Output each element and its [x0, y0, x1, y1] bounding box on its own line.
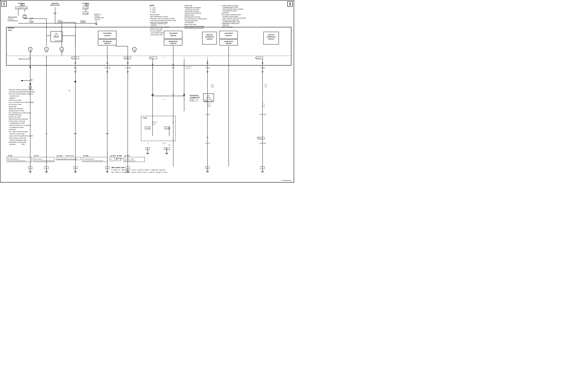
- svg-text:4: 4: [75, 167, 76, 169]
- svg-text:34: 34: [22, 4, 24, 6]
- svg-text:-GLOVE BOX LAMP: -GLOVE BOX LAMP: [150, 34, 163, 36]
- svg-text:ANALOG: ANALOG: [206, 34, 213, 36]
- svg-text:BR : Brown   O : Orange   GR :: BR : Brown O : Orange GR : Grey R : Red …: [112, 171, 168, 173]
- svg-text:NOTE: NOTE: [150, 5, 154, 7]
- svg-text:G: G: [46, 133, 47, 134]
- svg-text:-CENTRAL DOOR LOCKING SYSTEM: -CENTRAL DOOR LOCKING SYSTEM: [8, 89, 33, 91]
- svg-text:(ENGINE: (ENGINE: [8, 18, 14, 20]
- svg-text:CAN DRIVE: CAN DRIVE: [103, 32, 112, 34]
- svg-text:-ROOM LAMP, LUGGAGE: -ROOM LAMP, LUGGAGE: [221, 5, 238, 7]
- svg-text:COMPARTMENT LAMP: COMPARTMENT LAMP: [9, 122, 25, 124]
- svg-text:-HEATED SEAT: -HEATED SEAT: [184, 14, 194, 16]
- svg-text:CIRCUIT: CIRCUIT: [226, 42, 232, 44]
- svg-text:AND LIGHTING MONITOR BUZZER: AND LIGHTING MONITOR BUZZER: [9, 135, 33, 137]
- svg-text:12: 12: [61, 48, 63, 50]
- svg-text:5: 5: [71, 57, 71, 58]
- svg-text:-HEATED DOOR MIRROR: -HEATED DOOR MIRROR: [184, 12, 201, 14]
- svg-text:<T>(G-W): <T>(G-W): [259, 142, 266, 144]
- svg-text:(C-307): (C-307): [111, 155, 116, 157]
- svg-text:B : Black   LG : Light green  : B : Black LG : Light green G : Green L :…: [112, 169, 165, 171]
- svg-text:DIAGNOSIS: DIAGNOSIS: [190, 95, 198, 96]
- svg-text:LICENCE PLATE LAMP: LICENCE PLATE LAMP: [9, 133, 25, 135]
- svg-text:CIRCUIT: CIRCUIT: [226, 35, 232, 36]
- svg-text:-POWER WINDOWS: -POWER WINDOWS: [184, 20, 198, 22]
- svg-text:1|2|3|4|5|6|7|8|9|10|11: 1|2|3|4|5|6|7|8|9|10|11: [7, 159, 19, 160]
- svg-text:8: 8: [30, 48, 31, 50]
- svg-text:<T>(G-W): <T>(G-W): [259, 114, 266, 115]
- svg-text:<F>8W: <F>8W: [22, 7, 28, 9]
- svg-text:CAN DRIVE: CAN DRIVE: [224, 32, 233, 34]
- svg-text:<F>2B: <F>2B: [146, 127, 150, 129]
- wiring-diagram-page: 1 2 FUSIBLE LINK 34 IGNITION SWITCH (IG1…: [0, 0, 294, 182]
- svg-text:17 *1: 17 *1: [163, 142, 166, 144]
- svg-text:B-W: B-W: [74, 67, 77, 69]
- svg-text:(W): (W): [54, 12, 57, 14]
- svg-text:MIRROR: MIRROR: [9, 97, 15, 99]
- svg-text:INTERFACE: INTERFACE: [169, 41, 177, 42]
- svg-text:CONNECTOR: CONNECTOR: [190, 97, 200, 98]
- svg-text:6: 6: [59, 19, 60, 21]
- svg-text:-WIPER DEICER: -WIPER DEICER: [221, 26, 233, 28]
- svg-text:2: 2: [147, 148, 148, 150]
- svg-text:9: 9: [46, 48, 47, 50]
- svg-text:4: 4: [127, 167, 128, 169]
- svg-text:AND LIGHTING MONITOR BUZZER: AND LIGHTING MONITOR BUZZER: [222, 17, 246, 19]
- svg-text:RELAY BOX: RELAY BOX: [8, 16, 17, 18]
- svg-text:WASHER: WASHER: [9, 144, 16, 145]
- svg-text:*3 : ABS: *3 : ABS: [150, 11, 156, 13]
- svg-text:6 *1: 6 *1: [264, 84, 267, 86]
- svg-text:2: 2: [147, 142, 148, 144]
- svg-text:17 *1: 17 *1: [165, 148, 168, 150]
- svg-text:-KEY OPERATION SYSTEM (KOS): -KEY OPERATION SYSTEM (KOS): [8, 112, 31, 114]
- svg-text:8: 8: [207, 57, 208, 58]
- svg-text:ILLUMINATION LAMP: ILLUMINATION LAMP: [222, 10, 237, 12]
- svg-text:-REAR FOG LAMP: -REAR FOG LAMP: [8, 116, 21, 118]
- svg-text:1|2: 1|2: [117, 159, 118, 160]
- svg-text:FUSIBLE: FUSIBLE: [82, 2, 89, 4]
- svg-text:12|13|14|15|16|17|18|19|20|22|: 12|13|14|15|16|17|18|19|20|22|23|24: [7, 160, 26, 161]
- svg-text:5: 5: [134, 48, 135, 50]
- svg-text:(CAN2): (CAN2): [206, 97, 211, 99]
- svg-text:(C-317): (C-317): [58, 21, 62, 22]
- svg-text:-ABS AND ASC: -ABS AND ASC: [150, 14, 160, 15]
- svg-text:(C-301): (C-301): [83, 155, 88, 157]
- svg-text:7 *1: 7 *1: [262, 103, 265, 105]
- svg-text:20 *2: 20 *2: [211, 86, 214, 87]
- svg-text:SYSTEM: SYSTEM: [94, 19, 100, 20]
- svg-text:AND IGNITION KEY CYLINDER: AND IGNITION KEY CYLINDER: [9, 125, 30, 126]
- svg-text:1|1|2|3|4|5|6|7|8|9|10|11|12|1: 1|1|2|3|4|5|6|7|8|9|10|11|12|13|14|15|16: [57, 159, 77, 160]
- svg-text:B-W: B-W: [106, 133, 109, 134]
- svg-text:1: 1: [82, 19, 83, 21]
- svg-text:-BACK WARNING SYSTEM: -BACK WARNING SYSTEM: [150, 16, 168, 17]
- svg-text:3: 3: [262, 167, 263, 169]
- svg-text:REFER TO: REFER TO: [94, 14, 101, 15]
- svg-text:C-04: C-04: [205, 100, 208, 102]
- svg-text:2 *2: 2 *2: [168, 144, 170, 146]
- svg-text:1|2: 1|2: [110, 159, 112, 160]
- svg-text:-PTC HEATER: -PTC HEATER: [184, 22, 194, 23]
- svg-text:BR: BR: [30, 79, 33, 81]
- svg-text:4: 4: [163, 98, 164, 100]
- svg-text:-IMMOBILIZER SYSTEM: -IMMOBILIZER SYSTEM: [184, 16, 200, 18]
- svg-text:-TURN-SIGNAL LAMP AND: -TURN-SIGNAL LAMP AND: [8, 137, 26, 139]
- svg-text:(C-301): (C-301): [256, 57, 261, 59]
- svg-text:LICENCE PLATE LAMP: LICENCE PLATE LAMP: [222, 15, 238, 17]
- svg-point-188: [29, 83, 31, 85]
- svg-text:B *2: B *2: [153, 123, 155, 125]
- svg-text:LEVELLING SYSTEM: LEVELLING SYSTEM: [185, 8, 199, 10]
- svg-text:(C-37): (C-37): [258, 138, 262, 139]
- svg-text:8: 8: [149, 57, 149, 58]
- svg-text:CIRCUIT: CIRCUIT: [104, 35, 110, 36]
- svg-text:CIRCUIT: CIRCUIT: [206, 38, 213, 40]
- svg-text:2: 2: [31, 19, 32, 21]
- svg-text:B: B: [173, 121, 174, 123]
- svg-text:-FULL AUTOMATIC: -FULL AUTOMATIC: [150, 30, 163, 32]
- svg-text:<F>8W: <F>8W: [83, 7, 88, 9]
- svg-text:(C-317): (C-317): [72, 57, 77, 59]
- svg-text:5: 5: [184, 98, 185, 100]
- svg-text:(C-309): (C-309): [81, 21, 85, 22]
- svg-text:COMPARTMENT): COMPARTMENT): [7, 20, 18, 22]
- svg-text:CIRCUIT: CIRCUIT: [104, 42, 110, 44]
- fusible-link-34-label: FUSIBLE: [18, 2, 25, 4]
- svg-text:AND IGNITION KEY CYLINDER: AND IGNITION KEY CYLINDER: [222, 8, 243, 10]
